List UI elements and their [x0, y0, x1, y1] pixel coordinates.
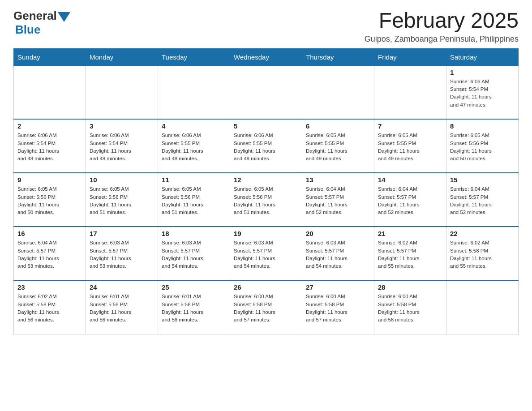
location-title: Guipos, Zamboanga Peninsula, Philippines — [365, 34, 519, 44]
weekday-header-saturday: Saturday — [446, 48, 519, 65]
day-number: 6 — [306, 122, 370, 130]
day-info: Sunrise: 6:03 AM Sunset: 5:57 PM Dayligh… — [306, 239, 370, 270]
calendar-week-2: 2Sunrise: 6:06 AM Sunset: 5:54 PM Daylig… — [14, 119, 519, 173]
day-number: 24 — [90, 283, 154, 291]
day-number: 4 — [162, 122, 226, 130]
calendar-cell — [86, 65, 158, 119]
calendar-cell: 23Sunrise: 6:02 AM Sunset: 5:58 PM Dayli… — [14, 280, 86, 334]
calendar-cell: 22Sunrise: 6:02 AM Sunset: 5:58 PM Dayli… — [446, 227, 519, 280]
day-number: 22 — [450, 230, 515, 237]
day-number: 13 — [306, 176, 370, 184]
day-number: 3 — [90, 122, 154, 130]
day-number: 15 — [450, 176, 515, 184]
day-info: Sunrise: 6:00 AM Sunset: 5:58 PM Dayligh… — [234, 293, 298, 324]
day-number: 23 — [17, 283, 82, 291]
day-number: 14 — [378, 176, 442, 184]
calendar-cell: 19Sunrise: 6:03 AM Sunset: 5:57 PM Dayli… — [230, 227, 302, 280]
day-info: Sunrise: 6:00 AM Sunset: 5:58 PM Dayligh… — [378, 293, 442, 324]
calendar-cell — [158, 65, 230, 119]
calendar-cell: 27Sunrise: 6:00 AM Sunset: 5:58 PM Dayli… — [302, 280, 374, 334]
weekday-header-thursday: Thursday — [302, 48, 374, 65]
calendar-cell: 25Sunrise: 6:01 AM Sunset: 5:58 PM Dayli… — [158, 280, 230, 334]
day-number: 26 — [234, 283, 298, 291]
day-info: Sunrise: 6:03 AM Sunset: 5:57 PM Dayligh… — [90, 239, 154, 270]
calendar-cell: 16Sunrise: 6:04 AM Sunset: 5:57 PM Dayli… — [14, 227, 86, 280]
day-info: Sunrise: 6:04 AM Sunset: 5:57 PM Dayligh… — [306, 185, 370, 216]
calendar-cell — [14, 65, 86, 119]
day-number: 2 — [17, 122, 82, 130]
calendar-cell — [302, 65, 374, 119]
day-info: Sunrise: 6:05 AM Sunset: 5:55 PM Dayligh… — [378, 132, 442, 163]
day-number: 10 — [90, 176, 154, 184]
calendar-cell: 17Sunrise: 6:03 AM Sunset: 5:57 PM Dayli… — [86, 227, 158, 280]
calendar-cell — [446, 280, 519, 334]
day-info: Sunrise: 6:02 AM Sunset: 5:57 PM Dayligh… — [378, 239, 442, 270]
day-info: Sunrise: 6:06 AM Sunset: 5:54 PM Dayligh… — [90, 132, 154, 163]
weekday-header-wednesday: Wednesday — [230, 48, 302, 65]
day-info: Sunrise: 6:06 AM Sunset: 5:55 PM Dayligh… — [234, 132, 298, 163]
calendar-cell: 5Sunrise: 6:06 AM Sunset: 5:55 PM Daylig… — [230, 119, 302, 173]
calendar-week-3: 9Sunrise: 6:05 AM Sunset: 5:56 PM Daylig… — [14, 173, 519, 227]
calendar-cell: 10Sunrise: 6:05 AM Sunset: 5:56 PM Dayli… — [86, 173, 158, 227]
day-info: Sunrise: 6:06 AM Sunset: 5:55 PM Dayligh… — [162, 132, 226, 163]
calendar-cell: 24Sunrise: 6:01 AM Sunset: 5:58 PM Dayli… — [86, 280, 158, 334]
day-number: 12 — [234, 176, 298, 184]
weekday-header-friday: Friday — [374, 48, 446, 65]
day-number: 11 — [162, 176, 226, 184]
day-number: 7 — [378, 122, 442, 130]
logo-general-text: General — [13, 9, 57, 23]
calendar-cell — [230, 65, 302, 119]
calendar-cell: 15Sunrise: 6:04 AM Sunset: 5:57 PM Dayli… — [446, 173, 519, 227]
calendar-cell: 9Sunrise: 6:05 AM Sunset: 5:56 PM Daylig… — [14, 173, 86, 227]
day-info: Sunrise: 6:03 AM Sunset: 5:57 PM Dayligh… — [234, 239, 298, 270]
day-number: 20 — [306, 230, 370, 237]
calendar-cell: 4Sunrise: 6:06 AM Sunset: 5:55 PM Daylig… — [158, 119, 230, 173]
calendar-cell: 26Sunrise: 6:00 AM Sunset: 5:58 PM Dayli… — [230, 280, 302, 334]
day-number: 8 — [450, 122, 515, 130]
day-number: 1 — [450, 68, 515, 76]
calendar-cell: 13Sunrise: 6:04 AM Sunset: 5:57 PM Dayli… — [302, 173, 374, 227]
day-info: Sunrise: 6:04 AM Sunset: 5:57 PM Dayligh… — [378, 185, 442, 216]
calendar-cell: 6Sunrise: 6:05 AM Sunset: 5:55 PM Daylig… — [302, 119, 374, 173]
title-area: February 2025 Guipos, Zamboanga Peninsul… — [365, 9, 519, 44]
weekday-header-sunday: Sunday — [14, 48, 86, 65]
day-info: Sunrise: 6:02 AM Sunset: 5:58 PM Dayligh… — [17, 293, 82, 324]
day-info: Sunrise: 6:04 AM Sunset: 5:57 PM Dayligh… — [450, 185, 515, 216]
day-info: Sunrise: 6:04 AM Sunset: 5:57 PM Dayligh… — [17, 239, 82, 270]
day-number: 19 — [234, 230, 298, 237]
day-number: 5 — [234, 122, 298, 130]
day-info: Sunrise: 6:05 AM Sunset: 5:56 PM Dayligh… — [17, 185, 82, 216]
day-info: Sunrise: 6:05 AM Sunset: 5:56 PM Dayligh… — [162, 185, 226, 216]
calendar-cell: 18Sunrise: 6:03 AM Sunset: 5:57 PM Dayli… — [158, 227, 230, 280]
day-number: 25 — [162, 283, 226, 291]
day-info: Sunrise: 6:05 AM Sunset: 5:56 PM Dayligh… — [450, 132, 515, 163]
calendar-cell: 14Sunrise: 6:04 AM Sunset: 5:57 PM Dayli… — [374, 173, 446, 227]
calendar-cell: 21Sunrise: 6:02 AM Sunset: 5:57 PM Dayli… — [374, 227, 446, 280]
day-info: Sunrise: 6:03 AM Sunset: 5:57 PM Dayligh… — [162, 239, 226, 270]
logo-blue-text: Blue — [15, 23, 40, 37]
day-info: Sunrise: 6:01 AM Sunset: 5:58 PM Dayligh… — [162, 293, 226, 324]
calendar-cell: 20Sunrise: 6:03 AM Sunset: 5:57 PM Dayli… — [302, 227, 374, 280]
calendar-cell: 8Sunrise: 6:05 AM Sunset: 5:56 PM Daylig… — [446, 119, 519, 173]
day-number: 21 — [378, 230, 442, 237]
calendar-cell: 2Sunrise: 6:06 AM Sunset: 5:54 PM Daylig… — [14, 119, 86, 173]
calendar-week-5: 23Sunrise: 6:02 AM Sunset: 5:58 PM Dayli… — [14, 280, 519, 334]
day-info: Sunrise: 6:06 AM Sunset: 5:54 PM Dayligh… — [450, 78, 515, 109]
day-number: 28 — [378, 283, 442, 291]
calendar-table: SundayMondayTuesdayWednesdayThursdayFrid… — [13, 48, 519, 334]
day-number: 16 — [17, 230, 82, 237]
day-info: Sunrise: 6:06 AM Sunset: 5:54 PM Dayligh… — [17, 132, 82, 163]
day-info: Sunrise: 6:05 AM Sunset: 5:55 PM Dayligh… — [306, 132, 370, 163]
weekday-header-row: SundayMondayTuesdayWednesdayThursdayFrid… — [14, 48, 519, 65]
day-number: 18 — [162, 230, 226, 237]
day-number: 27 — [306, 283, 370, 291]
calendar-cell: 7Sunrise: 6:05 AM Sunset: 5:55 PM Daylig… — [374, 119, 446, 173]
day-number: 17 — [90, 230, 154, 237]
calendar-cell: 1Sunrise: 6:06 AM Sunset: 5:54 PM Daylig… — [446, 65, 519, 119]
calendar-cell — [374, 65, 446, 119]
day-info: Sunrise: 6:01 AM Sunset: 5:58 PM Dayligh… — [90, 293, 154, 324]
day-info: Sunrise: 6:02 AM Sunset: 5:58 PM Dayligh… — [450, 239, 515, 270]
calendar-cell: 28Sunrise: 6:00 AM Sunset: 5:58 PM Dayli… — [374, 280, 446, 334]
logo-triangle-icon — [58, 12, 70, 22]
day-info: Sunrise: 6:05 AM Sunset: 5:56 PM Dayligh… — [90, 185, 154, 216]
